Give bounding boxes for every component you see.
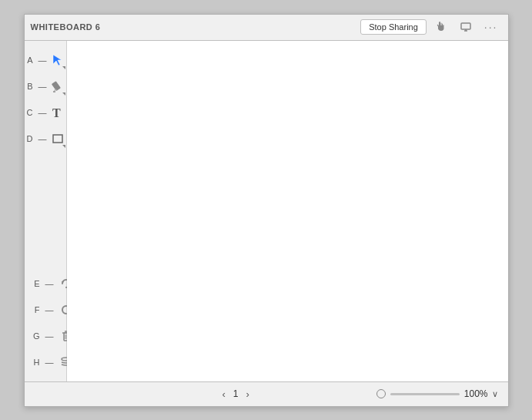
prev-page-button[interactable]: ‹	[219, 387, 228, 402]
tool-label-e: E	[25, 279, 40, 288]
stop-sharing-button[interactable]: Stop Sharing	[360, 19, 427, 35]
hand-icon-button[interactable]	[431, 18, 451, 35]
tool-row-shape: D —	[25, 127, 66, 150]
page-navigation: ‹ 1 ›	[219, 387, 252, 402]
zoom-value: 100%	[464, 388, 488, 399]
next-page-button[interactable]: ›	[243, 387, 252, 402]
zoom-dropdown-button[interactable]: ∨	[492, 389, 498, 399]
tool-label-f: F	[25, 305, 40, 314]
tool-label-h: H	[25, 358, 40, 367]
svg-text:T: T	[52, 106, 61, 119]
pen-tool-button[interactable]	[49, 76, 66, 96]
tool-label-d: D	[25, 134, 33, 143]
select-tool-button[interactable]	[49, 50, 66, 70]
body: A — B —	[25, 41, 508, 381]
main-window: WHITEBOARD 6 Stop Sharing ···	[24, 14, 509, 407]
svg-rect-8	[53, 135, 62, 143]
zoom-control: 100% ∨	[376, 388, 499, 399]
tool-row-text: C — T	[25, 101, 66, 124]
window-title: WHITEBOARD 6	[31, 22, 101, 32]
svg-rect-0	[461, 23, 470, 29]
toolbar-sidebar: A — B —	[25, 41, 67, 381]
tool-label-a: A	[25, 55, 33, 65]
page-number: 1	[233, 388, 239, 399]
titlebar-actions: Stop Sharing ···	[360, 18, 501, 35]
canvas-area[interactable]	[67, 41, 508, 381]
titlebar: WHITEBOARD 6 Stop Sharing ···	[25, 15, 508, 41]
shape-tool-button[interactable]	[49, 129, 66, 149]
tool-label-g: G	[25, 331, 40, 341]
tool-label-b: B	[25, 82, 33, 91]
tool-label-c: C	[25, 108, 33, 117]
zoom-slider[interactable]	[390, 393, 460, 395]
text-tool-button[interactable]: T	[49, 102, 66, 123]
zoom-circle-indicator	[376, 389, 386, 398]
more-options-button[interactable]: ···	[480, 18, 502, 35]
svg-marker-3	[53, 55, 62, 66]
tool-row-pen: B —	[25, 75, 66, 98]
tool-row-select: A —	[25, 49, 66, 72]
bottom-bar: ‹ 1 › 100% ∨	[25, 381, 508, 406]
screen-icon-button[interactable]	[456, 18, 476, 35]
